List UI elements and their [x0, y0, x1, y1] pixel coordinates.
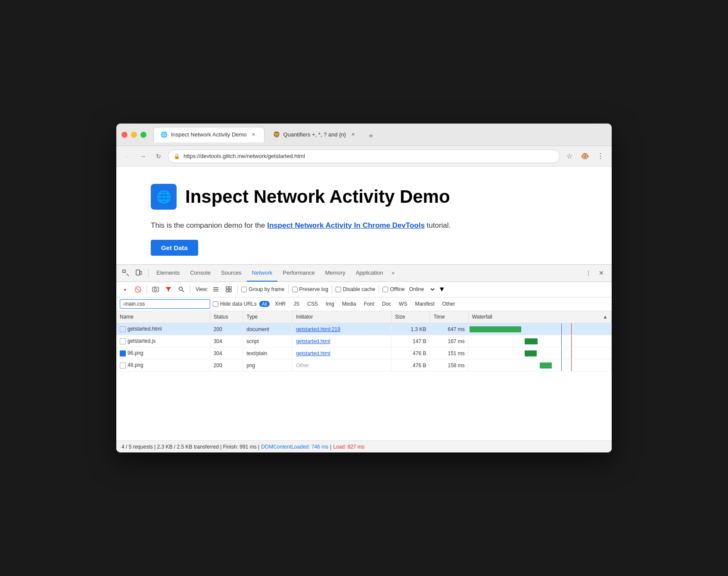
waterfall-label: Waterfall: [472, 314, 492, 320]
group-by-frame-text: Group by frame: [249, 286, 284, 292]
record-button[interactable]: ●: [120, 284, 130, 294]
tab-application[interactable]: Application: [351, 264, 389, 282]
reload-button[interactable]: ↻: [152, 150, 165, 162]
forward-icon: →: [140, 153, 146, 160]
filter-css[interactable]: CSS: [305, 300, 320, 308]
url-bar[interactable]: 🔒 https://devtools.glitch.me/network/get…: [168, 149, 560, 163]
svg-point-7: [179, 287, 183, 291]
filter-font[interactable]: Font: [361, 300, 377, 308]
address-bar: ← → ↻ 🔒 https://devtools.glitch.me/netwo…: [116, 146, 612, 167]
filter-media[interactable]: Media: [339, 300, 359, 308]
cell-initiator: Other: [292, 359, 392, 372]
network-controls: ● 🚫: [116, 282, 612, 297]
offline-checkbox[interactable]: [383, 287, 388, 292]
cell-name: 96.png: [116, 347, 210, 359]
preserve-log-checkbox[interactable]: [292, 287, 298, 292]
offline-text: Offline: [390, 286, 404, 292]
search-button[interactable]: [176, 284, 187, 294]
disable-cache-label[interactable]: Disable cache: [336, 286, 375, 292]
tab-network[interactable]: Network: [247, 264, 278, 282]
tab-inspect-network[interactable]: 🌐 Inspect Network Activity Demo ✕: [153, 127, 264, 142]
waterfall-vline-red: [571, 347, 572, 359]
tab-close-1[interactable]: ✕: [250, 131, 257, 138]
svg-rect-3: [140, 271, 142, 275]
tutorial-link[interactable]: Inspect Network Activity In Chrome DevTo…: [267, 221, 425, 229]
table-row[interactable]: getstarted.js304scriptgetstarted.html147…: [116, 335, 612, 347]
th-status[interactable]: Status: [210, 311, 243, 323]
table-row[interactable]: 96.png304text/plaingetstarted.html476 B1…: [116, 347, 612, 359]
cell-status: 304: [210, 335, 243, 347]
list-view-button[interactable]: [211, 284, 221, 294]
screenshot-button[interactable]: [150, 284, 161, 294]
cell-initiator: getstarted.html:219: [292, 323, 392, 335]
filter-input[interactable]: [120, 299, 210, 309]
filter-xhr[interactable]: XHR: [272, 300, 288, 308]
preserve-log-label[interactable]: Preserve log: [292, 286, 328, 292]
tab-elements[interactable]: Elements: [151, 264, 185, 282]
camera-icon: [152, 286, 159, 293]
page-heading: 🌐 Inspect Network Activity Demo: [151, 184, 577, 210]
offline-label[interactable]: Offline: [383, 286, 404, 292]
table-row[interactable]: getstarted.html200documentgetstarted.htm…: [116, 323, 612, 335]
browser-menu-button[interactable]: ⋮: [594, 150, 607, 162]
filter-manifest[interactable]: Manifest: [412, 300, 437, 308]
throttle-select[interactable]: Online Slow 3G Fast 3G: [408, 286, 436, 293]
th-name[interactable]: Name: [116, 311, 210, 323]
network-table-container: Name Status Type Initiator Size Time Wat…: [116, 311, 612, 441]
th-initiator[interactable]: Initiator: [292, 311, 392, 323]
clear-button[interactable]: 🚫: [133, 284, 143, 294]
svg-line-8: [182, 290, 184, 292]
filter-ws[interactable]: WS: [396, 300, 410, 308]
grouped-view-button[interactable]: [224, 284, 234, 294]
filter-js[interactable]: JS: [291, 300, 302, 308]
filter-doc[interactable]: Doc: [380, 300, 394, 308]
waterfall-vline-red: [571, 359, 572, 371]
close-button[interactable]: [121, 132, 128, 138]
group-by-frame-label[interactable]: Group by frame: [241, 286, 284, 292]
status-text: 4 / 5 requests | 2.3 KB / 2.5 KB transfe…: [121, 444, 259, 450]
cell-type: png: [243, 359, 292, 372]
devtools-close-button[interactable]: ✕: [595, 267, 607, 279]
minimize-button[interactable]: [131, 132, 137, 138]
tab-favicon-2: 🦁: [273, 131, 280, 138]
group-by-frame-checkbox[interactable]: [241, 287, 247, 292]
filter-all-badge[interactable]: All: [259, 301, 270, 307]
cell-waterfall: [468, 323, 611, 335]
forward-button[interactable]: →: [137, 150, 149, 162]
th-size[interactable]: Size: [392, 311, 430, 323]
profile-button[interactable]: 🐵: [579, 150, 591, 162]
initiator-link[interactable]: getstarted.html: [296, 338, 330, 344]
inspect-element-button[interactable]: [120, 267, 132, 279]
th-time[interactable]: Time: [430, 311, 468, 323]
disable-cache-checkbox[interactable]: [336, 287, 341, 292]
tab-memory[interactable]: Memory: [320, 264, 351, 282]
more-tabs-button[interactable]: »: [388, 270, 398, 276]
back-button[interactable]: ←: [121, 150, 134, 162]
hide-data-urls-checkbox[interactable]: [213, 301, 218, 307]
th-type[interactable]: Type: [243, 311, 292, 323]
new-tab-button[interactable]: +: [365, 130, 377, 142]
tab-close-2[interactable]: ✕: [349, 131, 356, 138]
get-data-button[interactable]: Get Data: [151, 240, 198, 256]
filter-button[interactable]: [163, 284, 174, 294]
hide-data-urls-label[interactable]: Hide data URLs: [213, 301, 257, 307]
table-row[interactable]: 48.png200pngOther476 B158 ms: [116, 359, 612, 372]
inspect-icon: [122, 269, 129, 276]
page-title: Inspect Network Activity Demo: [185, 186, 450, 207]
tab-performance[interactable]: Performance: [277, 264, 320, 282]
maximize-button[interactable]: [140, 132, 146, 138]
device-toolbar-button[interactable]: [133, 267, 145, 279]
tab-console[interactable]: Console: [185, 264, 216, 282]
th-waterfall[interactable]: Waterfall ▲: [468, 311, 611, 323]
filter-other[interactable]: Other: [440, 300, 458, 308]
initiator-link[interactable]: getstarted.html: [296, 350, 330, 356]
tab-quantifiers[interactable]: 🦁 Quantifiers +, *, ? and {n} ✕: [266, 127, 364, 142]
bookmark-button[interactable]: ☆: [563, 150, 576, 162]
filter-img[interactable]: Img: [323, 300, 337, 308]
svg-rect-12: [226, 287, 228, 289]
devtools-more-menu[interactable]: ⋮: [582, 267, 594, 279]
initiator-link[interactable]: getstarted.html:219: [296, 326, 340, 332]
cell-initiator: getstarted.html: [292, 347, 392, 359]
tab-sources[interactable]: Sources: [216, 264, 247, 282]
reload-icon: ↻: [156, 153, 161, 160]
